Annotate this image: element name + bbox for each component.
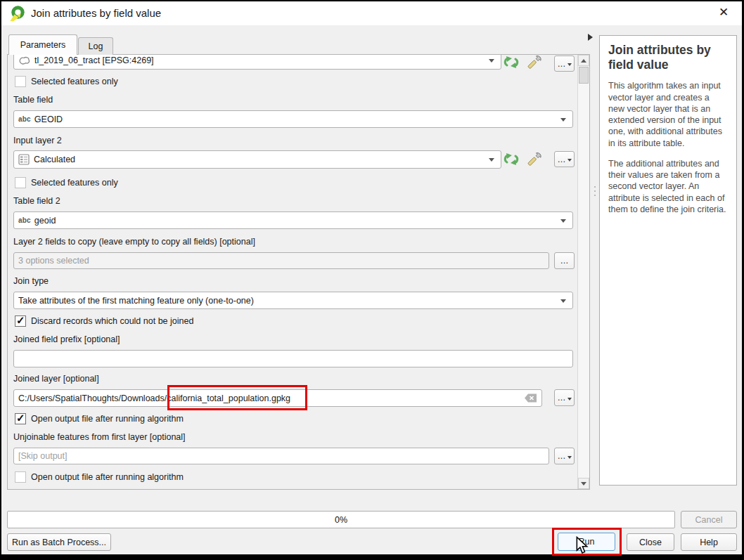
close-label: Close [639, 538, 662, 547]
chevron-down-icon [560, 299, 566, 303]
layer2-ellipsis-button[interactable]: … [554, 151, 575, 167]
iterate-over-layer-icon[interactable] [503, 152, 520, 167]
joined-field-prefix-input[interactable] [13, 350, 573, 367]
joined-layer-input[interactable]: C:/Users/SpatialThoughts/Downloads/calif… [13, 389, 542, 407]
fields-to-copy-value: 3 options selected [18, 256, 89, 266]
unjoinable-ellipsis-button[interactable]: … [554, 448, 575, 464]
tab-parameters[interactable]: Parameters [8, 34, 77, 55]
joined-layer-filename: california_total_population.gpkg [167, 393, 290, 403]
title-bar: Join attributes by field value ✕ [1, 1, 742, 25]
dropdown-arrow-icon [567, 398, 572, 401]
help-paragraph-1: This algorithm takes an input vector lay… [608, 80, 728, 149]
run-as-batch-button[interactable]: Run as Batch Process... [7, 533, 111, 551]
layer1-ellipsis-button[interactable]: … [554, 56, 575, 72]
advanced-options-wrench-icon[interactable] [525, 152, 542, 168]
close-button[interactable]: Close [627, 533, 674, 551]
joined-layer-path-prefix: C:/Users/SpatialThoughts/Downloads/ [18, 393, 167, 403]
progress-value: 0% [335, 515, 347, 525]
joined-field-prefix-label: Joined field prefix [optional] [13, 334, 120, 344]
arrow-up-icon [581, 59, 586, 63]
tab-log[interactable]: Log [78, 37, 113, 55]
help-button[interactable]: Help [681, 533, 737, 551]
run-as-batch-label: Run as Batch Process... [12, 538, 106, 547]
input-layer2-combo[interactable]: Calculated [13, 150, 501, 169]
join-type-combo[interactable]: Take attributes of the first matching fe… [13, 292, 573, 309]
ellipsis-label: … [558, 393, 566, 403]
checkbox-checked: ✓ [15, 413, 26, 424]
parameters-panel: tl_2019_06_tract [EPSG:4269] [7, 54, 590, 490]
window-title: Join attributes by field value [31, 7, 161, 19]
screenshot-root: Join attributes by field value ✕ Paramet… [0, 0, 744, 560]
polygon-layer-icon [18, 55, 30, 65]
close-icon[interactable]: ✕ [717, 6, 731, 20]
input-layer1-value: tl_2019_06_tract [EPSG:4269] [34, 56, 154, 65]
dropdown-arrow-icon [567, 456, 572, 459]
help-panel-collapse-icon[interactable] [588, 34, 593, 41]
unjoinable-field[interactable]: [Skip output] [13, 448, 549, 464]
cancel-button: Cancel [681, 511, 737, 528]
vertical-scrollbar[interactable] [577, 55, 589, 489]
help-label: Help [700, 538, 718, 547]
join-type-label: Join type [13, 276, 49, 286]
cancel-label: Cancel [695, 515, 723, 525]
fields-to-copy-label: Layer 2 fields to copy (leave empty to c… [13, 237, 255, 247]
ellipsis-label: … [558, 155, 566, 164]
table-layer-icon [18, 154, 30, 165]
input-layer2-value: Calculated [34, 155, 75, 164]
iterate-over-layer-icon[interactable] [503, 55, 520, 70]
input-layer2-label: Input layer 2 [13, 136, 62, 145]
table-field-combo[interactable]: abc GEOID [13, 110, 573, 128]
chevron-down-icon [489, 158, 494, 162]
table-field2-value: geoid [34, 216, 56, 226]
text-type-abc-icon: abc [18, 216, 31, 224]
advanced-options-wrench-icon[interactable] [525, 55, 542, 71]
open-output-2-checkbox: Open output file after running algorithm [15, 471, 184, 483]
fields-to-copy-field[interactable]: 3 options selected [13, 252, 549, 269]
run-button[interactable]: Run [558, 533, 615, 551]
input-layer1-combo[interactable]: tl_2019_06_tract [EPSG:4269] [13, 54, 501, 70]
checkbox-label: Open output file after running algorithm [31, 414, 184, 424]
unjoinable-value: [Skip output] [18, 451, 68, 461]
selected-features-only-1-checkbox: Selected features only [15, 76, 118, 87]
panel-splitter[interactable] [594, 186, 596, 199]
checkbox-label: Open output file after running algorithm [31, 472, 184, 482]
join-attributes-dialog: Join attributes by field value ✕ Paramet… [1, 1, 742, 554]
help-panel: Join attributes by field value This algo… [599, 35, 737, 486]
joined-layer-ellipsis-button[interactable]: … [554, 389, 575, 406]
text-type-abc-icon: abc [18, 115, 31, 123]
join-type-value: Take attributes of the first matching fe… [18, 296, 254, 306]
check-icon: ✓ [16, 412, 25, 424]
checkbox-label: Selected features only [31, 77, 118, 86]
progress-bar: 0% [7, 511, 675, 528]
check-icon: ✓ [16, 314, 25, 327]
discard-records-checkbox[interactable]: ✓ Discard records which could not be joi… [15, 315, 193, 327]
qgis-logo-icon [9, 5, 26, 22]
dropdown-arrow-icon [567, 159, 572, 162]
checkbox-label: Discard records which could not be joine… [31, 316, 193, 326]
open-output-checkbox[interactable]: ✓ Open output file after running algorit… [15, 413, 184, 424]
joined-layer-label: Joined layer [optional] [13, 374, 99, 384]
table-field-value: GEOID [34, 115, 63, 124]
chevron-down-icon [560, 118, 566, 122]
table-field-label: Table field [13, 95, 53, 105]
clear-field-icon[interactable] [524, 393, 537, 405]
scroll-up-button[interactable] [578, 55, 589, 66]
selected-features-only-2-checkbox: Selected features only [15, 177, 118, 188]
scroll-down-button[interactable] [578, 478, 589, 489]
arrow-down-icon [581, 482, 586, 486]
table-field2-label: Table field 2 [13, 196, 60, 206]
table-field2-combo[interactable]: abc geoid [13, 211, 573, 229]
checkbox-checked: ✓ [15, 315, 26, 327]
dropdown-arrow-icon [567, 63, 572, 66]
checkbox-unchecked [15, 471, 26, 483]
ellipsis-label: … [560, 256, 569, 266]
ellipsis-label: … [558, 451, 566, 461]
fields-to-copy-ellipsis-button[interactable]: … [554, 252, 575, 269]
checkbox-unchecked [15, 177, 26, 188]
ellipsis-label: … [558, 59, 566, 69]
run-label: Run [579, 537, 595, 547]
chevron-down-icon [560, 219, 566, 223]
scrollbar-thumb[interactable] [579, 67, 589, 84]
help-title: Join attributes by field value [608, 43, 728, 72]
checkbox-label: Selected features only [31, 178, 118, 188]
